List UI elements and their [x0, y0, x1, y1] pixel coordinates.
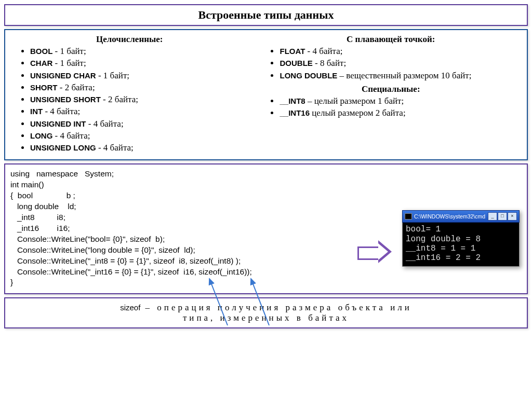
special-heading: Специальные:: [262, 84, 520, 94]
type-keyword: long: [30, 131, 52, 140]
special-list: __int8 – целый размером 1 байт;__int16 ц…: [262, 95, 520, 119]
list-item: char - 1 байт;: [30, 58, 246, 68]
sizeof-line1: – операция получения размера объекта или: [140, 303, 412, 312]
page-title: Встроенные типы данных: [4, 4, 528, 26]
list-item: double - 8 байт;: [280, 58, 520, 68]
type-keyword: char: [30, 59, 52, 67]
type-keyword: __int16: [280, 108, 310, 117]
cmd-icon: [405, 213, 412, 219]
type-keyword: short: [30, 83, 58, 92]
integer-heading: Целочисленные:: [12, 34, 246, 45]
type-keyword: unsigned int: [30, 119, 86, 128]
types-panel: Целочисленные: bool - 1 байт;char - 1 ба…: [4, 29, 528, 160]
cmd-min-button[interactable]: _: [488, 212, 497, 221]
type-keyword: float: [280, 47, 305, 56]
cmd-window: C:\WINDOWS\system32\cmd.exe _ □ × bool= …: [402, 210, 520, 267]
list-item: unsigned short - 2 байта;: [30, 94, 246, 105]
sizeof-note: sizeof – операция получения размера объе…: [4, 297, 528, 328]
cmd-title: C:\WINDOWS\system32\cmd.exe: [414, 213, 486, 219]
integer-column: Целочисленные: bool - 1 байт;char - 1 ба…: [12, 34, 246, 154]
type-keyword: __int8: [280, 97, 305, 105]
sizeof-line2: типа, измеренных в байтах: [183, 313, 349, 323]
list-item: long double – вещественный размером 10 б…: [280, 70, 520, 81]
type-keyword: unsigned long: [30, 143, 96, 152]
title-text: Встроенные типы данных: [198, 8, 334, 21]
code-area: using namespace System; int main() { boo…: [4, 163, 528, 294]
list-item: __int16 целый размером 2 байта;: [280, 107, 520, 118]
type-keyword: int: [30, 107, 43, 116]
list-item: unsigned char - 1 байт;: [30, 70, 246, 81]
floating-heading: С плавающей точкой:: [262, 34, 520, 45]
sizeof-keyword: sizeof: [120, 303, 140, 312]
type-keyword: bool: [30, 47, 52, 56]
list-item: short - 2 байта;: [30, 82, 246, 93]
list-item: __int8 – целый размером 1 байт;: [280, 95, 520, 106]
integer-list: bool - 1 байт;char - 1 байт;unsigned cha…: [12, 46, 246, 153]
list-item: float - 4 байта;: [280, 46, 520, 57]
list-item: unsigned long - 4 байта;: [30, 142, 246, 153]
type-keyword: unsigned char: [30, 71, 96, 80]
list-item: long - 4 байта;: [30, 130, 246, 141]
cmd-output: bool= 1 long double = 8 __int8 = 1 = 1 _…: [402, 223, 520, 267]
type-keyword: long double: [280, 71, 337, 80]
type-keyword: unsigned short: [30, 95, 101, 104]
right-column: С плавающей точкой: float - 4 байта;doub…: [262, 34, 520, 154]
cmd-max-button[interactable]: □: [498, 212, 507, 221]
arrow-icon: [357, 242, 394, 261]
cmd-close-button[interactable]: ×: [508, 212, 517, 221]
type-keyword: double: [280, 59, 312, 67]
cmd-titlebar: C:\WINDOWS\system32\cmd.exe _ □ ×: [402, 210, 520, 223]
list-item: unsigned int - 4 байта;: [30, 118, 246, 129]
list-item: int - 4 байта;: [30, 106, 246, 117]
list-item: bool - 1 байт;: [30, 46, 246, 57]
floating-list: float - 4 байта;double - 8 байт;long dou…: [262, 46, 520, 81]
